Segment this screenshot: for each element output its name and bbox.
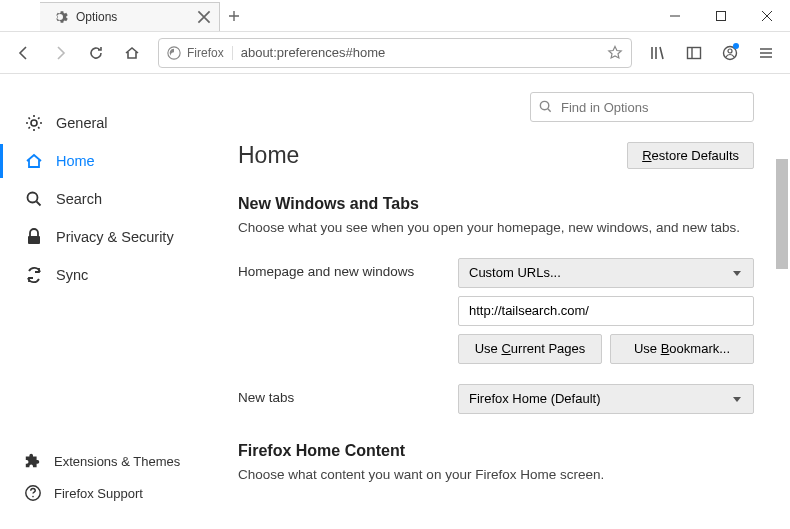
homepage-select[interactable]: Custom URLs... [458, 258, 754, 288]
close-tab-button[interactable] [197, 10, 211, 24]
bookmark-star-icon[interactable] [607, 45, 623, 61]
sidebar-item-privacy[interactable]: Privacy & Security [0, 218, 210, 256]
new-tabs-select[interactable]: Firefox Home (Default) [458, 384, 754, 414]
sidebar-item-support[interactable]: Firefox Support [0, 477, 210, 509]
maximize-button[interactable] [698, 0, 744, 31]
puzzle-icon [24, 452, 42, 470]
search-input[interactable] [530, 92, 754, 122]
url-bar[interactable]: Firefox about:preferences#home [158, 38, 632, 68]
navigation-toolbar: Firefox about:preferences#home [0, 32, 790, 74]
menu-button[interactable] [750, 37, 782, 69]
url-text: about:preferences#home [241, 45, 607, 60]
svg-rect-7 [28, 236, 40, 244]
library-button[interactable] [642, 37, 674, 69]
close-window-button[interactable] [744, 0, 790, 31]
svg-point-10 [540, 101, 548, 109]
sidebar-item-label: Privacy & Security [56, 229, 174, 245]
sidebar-item-search[interactable]: Search [0, 180, 210, 218]
svg-rect-0 [717, 11, 726, 20]
sidebar-item-label: Search [56, 191, 102, 207]
preferences-sidebar: General Home Search Privacy & Security S… [0, 74, 210, 529]
options-search [530, 92, 754, 122]
reload-button[interactable] [80, 37, 112, 69]
minimize-button[interactable] [652, 0, 698, 31]
use-bookmark-button[interactable]: Use Bookmark... [610, 334, 754, 364]
newtabs-row: New tabs Firefox Home (Default) [238, 384, 754, 414]
preferences-main: Home Restore Defaults New Windows and Ta… [210, 74, 790, 529]
sidebar-item-extensions[interactable]: Extensions & Themes [0, 445, 210, 477]
new-tab-button[interactable] [220, 0, 248, 31]
account-button[interactable] [714, 37, 746, 69]
svg-point-4 [728, 49, 732, 53]
search-icon [538, 99, 553, 114]
lock-icon [24, 227, 44, 247]
identity-box[interactable]: Firefox [167, 46, 233, 60]
home-icon [24, 151, 44, 171]
use-current-pages-button[interactable]: Use Current Pages [458, 334, 602, 364]
window-controls [652, 0, 790, 31]
homepage-url-input[interactable] [458, 296, 754, 326]
svg-point-6 [28, 193, 38, 203]
section-description: Choose what you see when you open your h… [238, 219, 754, 238]
section-description: Choose what content you want on your Fir… [238, 466, 754, 485]
forward-button[interactable] [44, 37, 76, 69]
sidebar-item-label: Home [56, 153, 95, 169]
question-icon [24, 484, 42, 502]
sync-icon [24, 265, 44, 285]
sidebar-item-label: Firefox Support [54, 486, 143, 501]
sidebar-item-label: Sync [56, 267, 88, 283]
gear-icon [24, 113, 44, 133]
sidebar-item-general[interactable]: General [0, 104, 210, 142]
svg-rect-2 [688, 47, 701, 58]
tab-title: Options [76, 10, 197, 24]
sidebar-item-label: General [56, 115, 108, 131]
preferences-content: General Home Search Privacy & Security S… [0, 74, 790, 529]
search-icon [24, 189, 44, 209]
sidebar-item-home[interactable]: Home [0, 142, 210, 180]
homepage-row: Homepage and new windows Custom URLs... … [238, 258, 754, 364]
svg-point-9 [32, 496, 34, 498]
identity-label: Firefox [187, 46, 224, 60]
firefox-icon [167, 46, 181, 60]
sidebar-item-label: Extensions & Themes [54, 454, 180, 469]
gear-icon [52, 9, 68, 25]
form-label: New tabs [238, 384, 458, 414]
sidebar-button[interactable] [678, 37, 710, 69]
browser-tab[interactable]: Options [40, 2, 220, 31]
window-titlebar: Options [0, 0, 790, 32]
section-heading: Firefox Home Content [238, 442, 754, 460]
section-heading: New Windows and Tabs [238, 195, 754, 213]
svg-point-5 [31, 120, 37, 126]
restore-defaults-button[interactable]: Restore Defaults [627, 142, 754, 169]
back-button[interactable] [8, 37, 40, 69]
home-button[interactable] [116, 37, 148, 69]
form-label: Homepage and new windows [238, 258, 458, 364]
sidebar-item-sync[interactable]: Sync [0, 256, 210, 294]
scrollbar-thumb[interactable] [776, 159, 788, 269]
